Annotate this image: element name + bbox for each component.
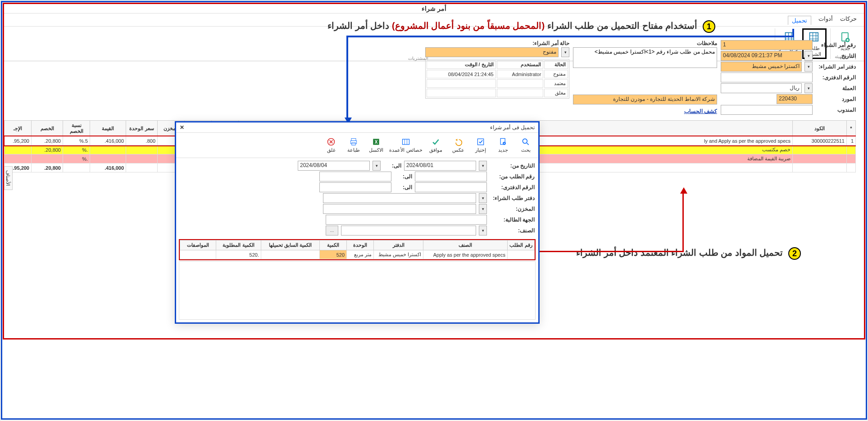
menu-movements[interactable]: حركات [840,15,857,24]
search-button[interactable]: بحث [515,136,536,155]
dlg-store-dd[interactable]: ▾ [479,204,487,214]
svg-rect-12 [350,141,356,144]
num-badge-2: 2 [788,247,801,260]
date-picker-icon[interactable]: ▾ [804,51,813,61]
dialog-toolbar: بحث جديد إختيار عكس موافق خصائص الأعمدة … [176,133,538,158]
form-mid-col: ملاحظات محمل من طلب شراء رقم <1>اكسترا خ… [573,39,717,116]
dlg-req-ledger-dd[interactable]: ▾ [479,193,487,203]
svg-rect-11 [351,139,356,141]
dialog-result-table[interactable]: رقم الطلب الصنف الدفتر الوحدة الكمية الك… [180,240,535,259]
po-number-field[interactable]: 1 [721,40,813,50]
status-dd-icon[interactable]: ▾ [561,47,569,57]
menu-tools[interactable]: أدوات [818,15,833,24]
menu-load-tab[interactable]: تحميل [788,16,811,25]
date-field[interactable]: 04/08/2024 09:21:37 PM [721,51,802,61]
dlg-date-to-dd[interactable]: ▾ [373,161,381,171]
dlg-req-to[interactable] [319,172,391,181]
dlg-store[interactable] [323,204,476,214]
dlg-item[interactable] [341,226,476,235]
window-title: أمر شراء [4,4,864,14]
dlg-req-from[interactable] [415,172,487,181]
supplier-name-field[interactable]: شركة الانماط الحديثة للتجارة - مودرن للت… [573,95,717,104]
dlg-date-from[interactable]: 2024/08/01 [404,161,476,171]
form-right-col: رقم أمر الشراء1 التاريخ▾04/08/2024 09:21… [721,39,856,116]
form-area: رقم أمر الشراء1 التاريخ▾04/08/2024 09:21… [4,36,860,118]
select-button[interactable]: إختيار [470,136,491,155]
main-window-frame: أمر شراء حركات أدوات تحميل جديد إعادة ال… [3,3,865,340]
dialog-filters: التاريخ من: ▾ 2024/08/01 الى: ▾ 2024/08/… [176,158,538,238]
dlg-date-from-dd[interactable]: ▾ [479,161,487,171]
notes-textarea[interactable]: محمل من طلب شراء رقم <1>اكسترا خميس مشيط… [573,47,717,68]
account-statement-link[interactable]: كشف الحساب [684,108,717,114]
print-button[interactable]: طباعة [343,136,364,155]
table-row[interactable]: Apply as per the approved specs اكسترا خ… [180,250,535,259]
svg-point-4 [523,139,527,143]
callout-2: 2 تحميل المواد من طلب الشراء المعتمد داخ… [576,247,801,260]
supplier-code-field[interactable]: 220430 [777,94,813,104]
currency-dd-icon[interactable]: ▾ [804,83,813,93]
columns-button[interactable]: خصائص الأعمدة [388,136,424,155]
close-button[interactable]: غلق [320,136,342,155]
dialog-result-frame: رقم الطلب الصنف الدفتر الوحدة الكمية الك… [179,239,536,260]
svg-text:X: X [375,140,378,145]
callout-1: 1 أستخدام مفتاح التحميل من طلب الشراء (ا… [4,20,724,36]
close-icon[interactable]: ✕ [180,124,184,131]
ledger-dd-icon[interactable]: ▾ [804,62,813,72]
dlg-dept[interactable] [326,215,487,225]
form-left-col: حالة أمر الشراء: ▾مفتوح الحالةالمستخدمال… [425,39,569,116]
arrowhead-up-icon [680,187,687,194]
dlg-req-ledger[interactable] [323,193,476,203]
status-history-table: الحالةالمستخدمالتاريخ / الوقت مفتوحAdmin… [425,59,569,99]
dlg-ledger-no-to[interactable] [319,182,391,192]
dlg-item-dd[interactable]: ▾ [479,226,487,235]
new-button-dlg[interactable]: جديد [492,136,514,155]
svg-rect-7 [477,139,483,145]
ok-button[interactable]: موافق [425,136,446,155]
svg-rect-8 [403,139,409,145]
status-field[interactable]: مفتوح [425,47,559,57]
dlg-date-to[interactable]: 2024/08/04 [298,161,370,171]
dialog-titlebar: تحميل فى أمر شراء ✕ [176,122,538,133]
ledger-field[interactable]: اكسترا خميس مشيط [721,62,802,72]
dialog-scroll-area[interactable] [179,261,536,320]
excel-button[interactable]: Xالاكسل [365,136,387,155]
annotation-arrow-blue [792,29,794,36]
dlg-item-browse[interactable]: … [326,226,338,235]
rep-field[interactable] [721,105,813,115]
side-tab-items[interactable]: الأصناف [4,166,13,190]
currency-field[interactable]: ريال [721,83,802,93]
num-badge-1: 1 [703,20,715,33]
undo-button[interactable]: عكس [447,136,469,155]
outer-frame: أمر شراء حركات أدوات تحميل جديد إعادة ال… [1,1,867,420]
dlg-ledger-no-from[interactable] [415,182,487,192]
load-po-dialog: تحميل فى أمر شراء ✕ بحث جديد إختيار عكس … [175,121,540,324]
ledger-no-field[interactable] [721,72,813,82]
